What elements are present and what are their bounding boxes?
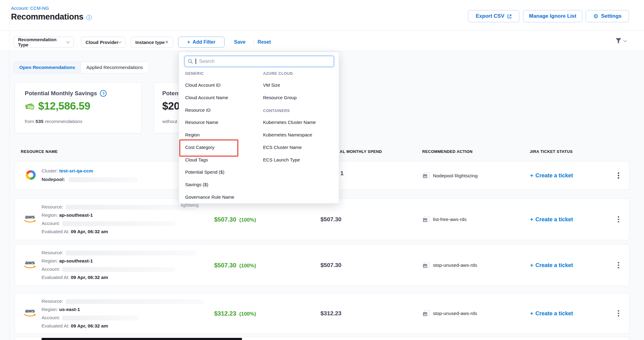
recommendations-count: 535 — [35, 119, 43, 124]
create-ticket-label: Create a ticket — [536, 172, 573, 179]
table-row[interactable]: aws Resource: Region: ap-southeast-1 Acc… — [15, 198, 629, 240]
chevron-down-icon — [623, 38, 627, 42]
filter-search-box[interactable] — [185, 56, 334, 67]
filter-option-cloud-account-id[interactable]: Cloud Account ID — [185, 82, 221, 88]
page-title-row: Recommendations i — [11, 12, 92, 22]
table-row[interactable]: aws Resource: Region: ap-southeast-1 Acc… — [15, 244, 629, 286]
export-csv-button[interactable]: Export CSV — [468, 10, 519, 22]
total-spend-value: $312.23 — [320, 310, 342, 317]
evaluated-label: Evaluated At: — [42, 275, 69, 280]
filter-option-region[interactable]: Region — [185, 132, 200, 138]
create-ticket-label: Create a ticket — [536, 310, 573, 316]
section-header-generic: GENERIC — [185, 71, 204, 76]
column-header-total-monthly-spend: AL MONTHLY SPEND — [340, 149, 382, 154]
savings-percent: (100%) — [239, 311, 256, 317]
savings-value: $507.30 — [214, 216, 236, 223]
account-label: Account: — [42, 221, 60, 226]
row-menu-kebab-icon[interactable] — [616, 309, 621, 318]
action-image-placeholder-icon — [423, 216, 430, 222]
resource-name-cell: Cluster: test-sri-qa-ccm Nodepool: — [42, 168, 137, 182]
filter-option-cloud-account-name[interactable]: Cloud Account Name — [185, 95, 228, 100]
spend-card-title: Potent — [162, 90, 180, 97]
row-menu-kebab-icon[interactable] — [616, 260, 621, 270]
filter-option-savings[interactable]: Savings ($) — [185, 182, 208, 187]
create-ticket-button[interactable]: + Create a ticket — [530, 216, 573, 222]
filter-option-resource-id[interactable]: Resource ID — [185, 107, 210, 113]
filter-option-kubernetes-namespace[interactable]: Kubernetes Namespace — [263, 132, 312, 138]
filter-option-governance-rule-name[interactable]: Governance Rule Name — [185, 194, 234, 200]
create-ticket-button[interactable]: + Create a ticket — [530, 310, 573, 316]
reset-filter-button[interactable]: Reset — [258, 37, 271, 48]
filter-option-resource-group[interactable]: Resource Group — [263, 95, 297, 100]
region-label: Region: — [42, 212, 58, 218]
filter-option-ecs-cluster-name[interactable]: ECS Cluster Name — [263, 145, 302, 150]
action-image-placeholder-icon — [423, 172, 430, 179]
spend-card-subtitle: without — [162, 119, 177, 124]
action-image-placeholder-icon — [423, 310, 430, 316]
filter-option-vm-size[interactable]: VM Size — [263, 82, 280, 88]
row-menu-kebab-icon[interactable] — [616, 215, 621, 224]
plus-icon: + — [530, 216, 533, 222]
redacted-resource-value — [66, 251, 196, 255]
search-input[interactable] — [199, 58, 331, 64]
filter-option-cloud-tags[interactable]: Cloud Tags — [185, 157, 208, 163]
external-link-icon — [507, 14, 512, 19]
cluster-link[interactable]: test-sri-qa-ccm — [59, 168, 93, 173]
info-icon[interactable]: i — [86, 15, 92, 20]
section-header-containers: CONTAINERS — [263, 109, 290, 113]
aws-icon: aws — [24, 309, 36, 318]
help-icon[interactable]: ? — [100, 90, 107, 97]
manage-ignore-list-button[interactable]: Manage Ignore List — [523, 10, 582, 22]
resource-name-cell: Resource: Region: us-east-1 Account: Eva… — [42, 298, 204, 329]
filter-chip-instance-type[interactable]: Instance type ✕ — [131, 37, 173, 48]
savings-amount: $12,586.59 — [38, 100, 90, 112]
save-reset-divider — [253, 39, 254, 45]
close-icon[interactable]: ✕ — [165, 39, 169, 45]
nodepool-line: Nodepool: — [42, 176, 137, 182]
filter-option-ecs-launch-type[interactable]: ECS Launch Type — [263, 157, 300, 163]
table-row[interactable]: aws Resource: Region: us-east-1 Account:… — [15, 293, 629, 334]
add-filter-label: Add Filter — [192, 39, 215, 45]
settings-button[interactable]: ⚙ Settings — [586, 10, 629, 22]
recommended-action-cell: stop-unused-aws-rds — [423, 310, 477, 316]
action-label: stop-unused-aws-rds — [433, 311, 477, 316]
filter-panel-toggle[interactable] — [615, 38, 626, 44]
filter-option-kubernetes-cluster-name[interactable]: Kubernetes Cluster Name — [263, 120, 316, 125]
column-header-resource-name: RESOURCE NAME — [21, 149, 58, 154]
create-ticket-button[interactable]: + Create a ticket — [530, 172, 573, 179]
recommendations-tabs: Open Recommendations Applied Recommendat… — [13, 62, 149, 73]
add-filter-button[interactable]: + Add Filter — [178, 37, 225, 48]
table-row-partial[interactable] — [15, 337, 629, 340]
plus-icon: + — [530, 262, 533, 268]
filter-chip-recommendation-type[interactable]: Recommendation Type — [13, 37, 74, 48]
region-label: Region: — [42, 258, 58, 263]
breadcrumb[interactable]: Account: CCM-NG — [11, 5, 49, 11]
savings-value: $507.30 — [214, 262, 236, 269]
save-filter-button[interactable]: Save — [234, 37, 245, 48]
tab-applied-recommendations[interactable]: Applied Recommendations — [81, 62, 148, 73]
spend-amount: $20 — [162, 100, 180, 112]
search-icon — [188, 59, 193, 64]
subtitle-prefix: from — [25, 119, 34, 124]
filter-chip-cloud-provider[interactable]: Cloud Provider — [81, 37, 126, 48]
row-menu-kebab-icon[interactable] — [616, 171, 621, 180]
cluster-line: Cluster: test-sri-qa-ccm — [42, 168, 137, 174]
savings-percent: (100%) — [239, 262, 256, 269]
action-image-placeholder-icon — [423, 262, 430, 268]
export-csv-label: Export CSV — [476, 13, 504, 19]
create-ticket-label: Create a ticket — [536, 262, 573, 268]
plus-icon: + — [187, 39, 190, 45]
create-ticket-button[interactable]: + Create a ticket — [530, 262, 573, 268]
resource-label: Resource: — [42, 250, 63, 255]
filter-option-resource-name[interactable]: Resource Name — [185, 120, 218, 125]
evaluated-label: Evaluated At: — [42, 323, 69, 328]
evaluated-value: 09 Apr, 06:32 am — [71, 229, 108, 234]
filter-option-cost-category[interactable]: Cost Category — [185, 145, 214, 150]
recommended-action-cell: Nodepool Rightsizing — [423, 172, 478, 179]
header-divider — [0, 31, 644, 31]
tab-open-recommendations[interactable]: Open Recommendations — [14, 62, 81, 73]
region-value: us-east-1 — [59, 307, 80, 312]
redacted-nodepool-value — [69, 177, 137, 182]
filter-option-potential-spend[interactable]: Potential Spend ($) — [185, 169, 224, 175]
total-spend-value: $507.30 — [320, 216, 342, 223]
